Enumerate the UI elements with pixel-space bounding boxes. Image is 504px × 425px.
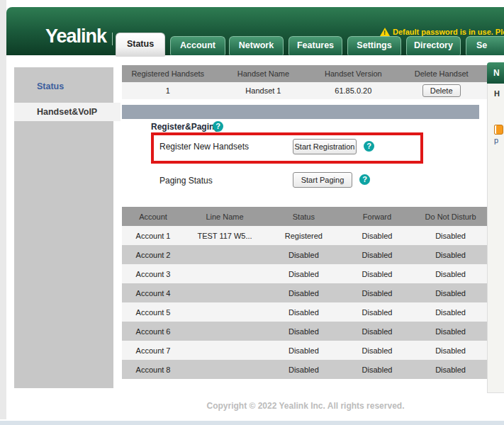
note-panel: H p	[487, 84, 504, 393]
tab-settings[interactable]: Settings	[347, 36, 401, 55]
paging-status-label: Paging Status	[159, 176, 213, 186]
account-row: Account 3 Disabled Disabled Disabled	[122, 264, 489, 283]
line-name-cell	[184, 360, 265, 379]
account-table-header-row: Account Line Name Status Forward Do Not …	[122, 207, 489, 226]
handset-name-value: Handset 1	[214, 82, 313, 99]
dnd-cell: Disabled	[412, 302, 489, 322]
delete-handset-button[interactable]: Delete	[422, 84, 461, 97]
forward-cell: Disabled	[342, 226, 412, 245]
col-header-forward: Forward	[342, 207, 412, 226]
forward-cell: Disabled	[342, 245, 412, 264]
note-panel-line2: p	[494, 136, 498, 144]
help-icon[interactable]: ?	[364, 141, 374, 152]
account-cell: Account 4	[122, 283, 184, 302]
line-name-cell	[184, 283, 265, 302]
warning-text: Default password is in use. Please c	[393, 28, 504, 36]
account-cell: Account 1	[122, 226, 184, 245]
warning-triangle-icon: !	[380, 28, 390, 36]
note-panel-line1: H	[494, 89, 504, 98]
line-name-cell	[184, 264, 265, 283]
brand-name: Yealink	[45, 26, 106, 47]
account-cell: Account 2	[122, 245, 184, 264]
col-header-delete-handset: Delete Handset	[393, 65, 489, 82]
account-row: Account 1 TEST 117 W5... Registered Disa…	[122, 226, 489, 245]
tab-network[interactable]: Network	[229, 36, 284, 55]
copyright-footer: Copyright © 2022 Yealink Inc. All rights…	[122, 401, 489, 411]
logo-divider	[112, 33, 113, 45]
help-icon[interactable]: ?	[213, 121, 223, 132]
handset-version-value: 61.85.0.20	[313, 82, 393, 99]
handset-table: Registered Handsets Handset Name Handset…	[122, 65, 489, 99]
page-bottom-strip	[0, 421, 504, 425]
forward-cell: Disabled	[342, 360, 412, 379]
start-registration-button[interactable]: Start Registration	[293, 139, 357, 154]
col-header-handset-name: Handset Name	[214, 65, 313, 82]
register-paging-title: Register&Paging	[151, 122, 220, 132]
forward-cell: Disabled	[342, 283, 412, 302]
status-cell: Disabled	[265, 360, 342, 379]
status-cell: Disabled	[265, 283, 342, 302]
line-name-cell	[184, 302, 265, 322]
dnd-cell: Disabled	[412, 264, 489, 283]
dnd-cell: Disabled	[412, 322, 489, 341]
line-name-cell	[184, 341, 265, 360]
help-icon[interactable]: ?	[359, 174, 370, 185]
forward-cell: Disabled	[342, 322, 412, 341]
main-content: Registered Handsets Handset Name Handset…	[122, 65, 489, 99]
handset-row: 1 Handset 1 61.85.0.20 Delete	[122, 82, 489, 99]
tab-status[interactable]: Status	[116, 33, 165, 57]
tab-security[interactable]: Se	[466, 36, 504, 55]
status-cell: Disabled	[265, 302, 342, 322]
forward-cell: Disabled	[342, 264, 412, 283]
line-name-cell: TEST 117 W5...	[184, 226, 265, 245]
dnd-cell: Disabled	[412, 341, 489, 360]
note-panel-header: N	[487, 62, 504, 84]
dnd-cell: Disabled	[412, 245, 489, 264]
status-cell: Disabled	[265, 322, 342, 341]
account-cell: Account 7	[122, 341, 184, 360]
col-header-account: Account	[122, 207, 184, 226]
col-header-dnd: Do Not Disturb	[412, 207, 489, 226]
status-cell: Registered	[265, 226, 342, 245]
status-cell: Disabled	[265, 341, 342, 360]
register-new-handsets-label: Register New Handsets	[159, 142, 249, 152]
line-name-cell	[184, 322, 265, 341]
status-cell: Disabled	[265, 245, 342, 264]
tab-account[interactable]: Account	[170, 36, 225, 55]
dnd-cell: Disabled	[412, 360, 489, 379]
dnd-cell: Disabled	[412, 283, 489, 302]
col-header-handset-version: Handset Version	[313, 65, 393, 82]
sidebar-item-handset-voip[interactable]: Handset&VoIP	[14, 103, 121, 121]
account-row: Account 4 Disabled Disabled Disabled	[122, 283, 489, 302]
status-cell: Disabled	[265, 264, 342, 283]
default-password-warning: !Default password is in use. Please c	[380, 28, 504, 36]
col-header-status: Status	[265, 207, 342, 226]
sidebar-item-status[interactable]: Status	[14, 77, 113, 96]
line-name-cell	[184, 245, 265, 264]
start-paging-button[interactable]: Start Paging	[293, 172, 352, 188]
sidebar: Status Handset&VoIP	[14, 67, 113, 388]
account-row: Account 8 Disabled Disabled Disabled	[122, 360, 489, 379]
account-cell: Account 3	[122, 264, 184, 283]
yealink-admin-page: YealinkW60B !Default password is in use.…	[0, 0, 504, 425]
account-cell: Account 5	[122, 302, 184, 322]
tab-directory[interactable]: Directory	[406, 36, 461, 55]
account-table: Account Line Name Status Forward Do Not …	[122, 207, 489, 379]
account-row: Account 5 Disabled Disabled Disabled	[122, 302, 489, 322]
tab-features[interactable]: Features	[289, 36, 342, 55]
document-icon	[494, 125, 503, 135]
section-divider-band	[122, 105, 479, 119]
account-table-wrap: Account Line Name Status Forward Do Not …	[122, 207, 489, 379]
account-cell: Account 8	[122, 360, 184, 379]
handset-table-header-row: Registered Handsets Handset Name Handset…	[122, 65, 489, 82]
forward-cell: Disabled	[342, 341, 412, 360]
account-row: Account 2 Disabled Disabled Disabled	[122, 245, 489, 264]
col-header-registered-handsets: Registered Handsets	[122, 65, 214, 82]
account-row: Account 6 Disabled Disabled Disabled	[122, 322, 489, 341]
page-left-margin	[0, 0, 6, 419]
registered-handsets-value: 1	[122, 82, 214, 99]
account-row: Account 7 Disabled Disabled Disabled	[122, 341, 489, 360]
forward-cell: Disabled	[342, 302, 412, 322]
col-header-line-name: Line Name	[184, 207, 265, 226]
account-cell: Account 6	[122, 322, 184, 341]
